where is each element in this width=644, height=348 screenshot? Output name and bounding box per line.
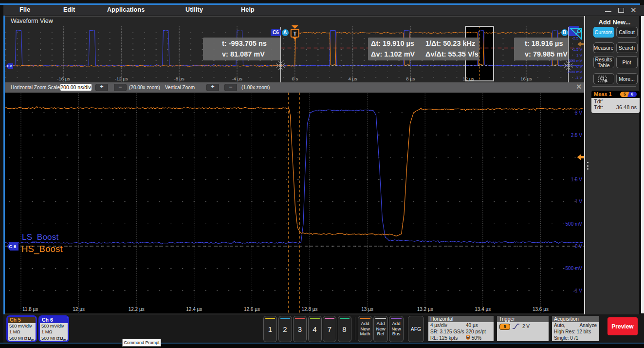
rising-edge-icon (512, 323, 520, 329)
horizontal-zoom-plus-button[interactable]: + (95, 84, 108, 91)
channel-setting-line: 500 MHzBW (9, 335, 36, 341)
channel-badge-ch5[interactable]: Ch 5500 mV/div1 MΩ500 MHzBW (6, 315, 37, 342)
channel-setting-line: 1 MΩ (41, 329, 68, 335)
acquisition-row: High Res: 12 bits (552, 329, 599, 335)
minimize-button-icon[interactable] (605, 11, 611, 12)
close-button-icon[interactable]: ✕ (630, 6, 637, 15)
vertical-zoom-plus-button[interactable]: + (206, 84, 219, 91)
ls-boost-trace-label[interactable]: LS_Boost (22, 232, 58, 242)
overview-v-scale-label: -500 mV (568, 70, 583, 74)
horizontal-panel-title: Horizontal (428, 316, 494, 322)
channel-button-2[interactable]: 2 (278, 316, 292, 342)
overview-x-tick-label: -12 µs (115, 76, 128, 81)
button-label: Table (597, 62, 609, 68)
zoom-tool-button[interactable] (593, 73, 614, 84)
zoomed-waveform-plot[interactable]: 11.8 µs12 µs12.2 µs12.4 µs12.6 µs12.8 µs… (5, 93, 584, 313)
hs-boost-trace-label[interactable]: HS_Boost (21, 244, 63, 254)
cursors-button[interactable]: Cursors (593, 27, 614, 38)
channel-button-7[interactable]: 7 (323, 316, 336, 342)
channel-color-stripe (325, 318, 334, 319)
meas1-header[interactable]: Meas 1 5 6 (591, 91, 640, 98)
horizontal-row: RL: 125 kptsT 50% (428, 335, 494, 341)
cursor-b-voltage: v: 79.985 mV (514, 49, 568, 59)
channel-number: 4 (313, 325, 316, 333)
horizontal-row: 4 µs/div40 µs (428, 322, 494, 329)
channel-number: 1 (268, 325, 272, 333)
menu-item-utility[interactable]: Utility (185, 6, 203, 13)
menubar: ✕ FileEditApplicationsUtilityHelp (3, 5, 644, 16)
overview-x-tick-label: 16 µs (520, 76, 532, 81)
results-table-button[interactable]: ResultsTable (593, 56, 614, 68)
overview-x-tick-label: 4 µs (349, 76, 357, 81)
vertical-zoom-label: Vertical Zoom (165, 85, 195, 90)
button-label: More... (619, 76, 635, 82)
cursor-a-voltage: v: 81.087 mV (203, 49, 280, 59)
add-new-ref-button[interactable]: AddNewRef (373, 316, 388, 342)
search-button[interactable]: Search (616, 42, 638, 53)
maximize-button-icon[interactable] (618, 8, 624, 13)
cursor-b-badge[interactable]: B (561, 29, 568, 36)
overview-x-tick-label: -16 µs (57, 76, 70, 81)
more-button[interactable]: More... (616, 73, 638, 84)
zoom-v-scale-label: 0 V (575, 244, 582, 249)
horizontal-panel[interactable]: Horizontal4 µs/div40 µsSR: 3.125 GS/s320… (428, 316, 494, 341)
vertical-zoom-minus-button[interactable]: – (224, 84, 237, 91)
delta-v-per-t: Δv/Δt: 55.35 V/s (425, 49, 478, 59)
button-label: Results (595, 57, 612, 62)
acquisition-value: Auto, (554, 323, 565, 328)
horizontal-zoom-scale-input[interactable]: 200.00 ns/div (60, 84, 92, 91)
channel-button-8[interactable]: 8 (338, 316, 351, 342)
channel-button-1[interactable]: 1 (263, 316, 277, 342)
horizontal-value: 320 ps/pt (466, 329, 486, 335)
channel-button-3[interactable]: 3 (293, 316, 307, 342)
zoom-x-tick-label: 13 µs (361, 307, 373, 312)
button-label: Cursors (595, 29, 613, 35)
sidebar-divider (592, 86, 636, 87)
menu-item-file[interactable]: File (19, 6, 30, 13)
acquisition-panel[interactable]: AcquisitionAuto,AnalyzeHigh Res: 12 bits… (552, 316, 599, 341)
meas1-source-5: 5 (624, 92, 626, 97)
overview-x-tick-label: -4 µs (232, 76, 242, 81)
settings-bar: AFG Preview Ch 5500 mV/div1 MΩ500 MHzBWC… (3, 314, 644, 343)
overview-plot[interactable]: T-16 µs-12 µs-8 µs-4 µs0 s4 µs8 µs12 µs1… (5, 25, 584, 82)
afg-button[interactable]: AFG (408, 316, 424, 342)
menu-item-edit[interactable]: Edit (63, 6, 75, 13)
zoom-x-tick-label: 13.2 µs (417, 307, 433, 312)
plot-button[interactable]: Plot (616, 56, 638, 68)
trigger-panel[interactable]: Trigger52 V (497, 316, 549, 341)
zoom-v-scale-label: 1 V (575, 199, 582, 204)
horizontal-value: T 50% (466, 335, 481, 341)
measure-button[interactable]: Measure (593, 42, 614, 53)
meas1-source-badge: 5 6 (620, 92, 637, 97)
overview-x-tick-label: 8 µs (406, 76, 415, 81)
zoom-v-scale-label: 1.5 V (571, 177, 583, 182)
add-new-bus-button[interactable]: AddNewBus (389, 316, 404, 342)
button-label: Search (619, 45, 635, 51)
zoom-tool-icon (598, 75, 609, 83)
command-prompt-tooltip: Command Prompt (122, 339, 161, 347)
channel-badge-ch6[interactable]: Ch 6500 mV/div1 MΩ500 MHzBW (38, 315, 69, 342)
splitter-grip-dot (587, 165, 589, 167)
add-new-math-button[interactable]: AddNewMath (358, 316, 372, 342)
callout-button[interactable]: Callout (616, 27, 638, 38)
add-new-title: Add New... (590, 19, 639, 26)
channel-button-4[interactable]: 4 (308, 316, 322, 342)
meas1-results[interactable]: Tdt' Tdt: 36.48 ns (591, 98, 640, 113)
bandwidth-limit-icon: BW (60, 335, 66, 342)
menu-item-applications[interactable]: Applications (107, 6, 145, 13)
menu-item-help[interactable]: Help (241, 6, 255, 13)
channel-number: 7 (328, 325, 331, 333)
channel-badge-title: Ch 5 (8, 317, 36, 323)
horizontal-zoom-minus-button[interactable]: – (114, 84, 127, 91)
bottombar-separator (355, 317, 355, 340)
preview-button[interactable]: Preview (607, 317, 638, 335)
channel-setting-line: 500 mV/div (9, 323, 36, 329)
bandwidth-limit-icon: BW (28, 335, 34, 342)
channel-c6-badge[interactable]: C6 (271, 29, 281, 36)
channel-badge-title: Ch 6 (40, 317, 68, 323)
button-label: Ref (376, 331, 385, 337)
zoom-close-icon[interactable]: ✕ (576, 82, 582, 91)
zoom-x-tick-label: 12.6 µs (244, 307, 260, 312)
cursor-a-badge[interactable]: A (282, 29, 289, 36)
taskbar-strip (0, 344, 644, 348)
